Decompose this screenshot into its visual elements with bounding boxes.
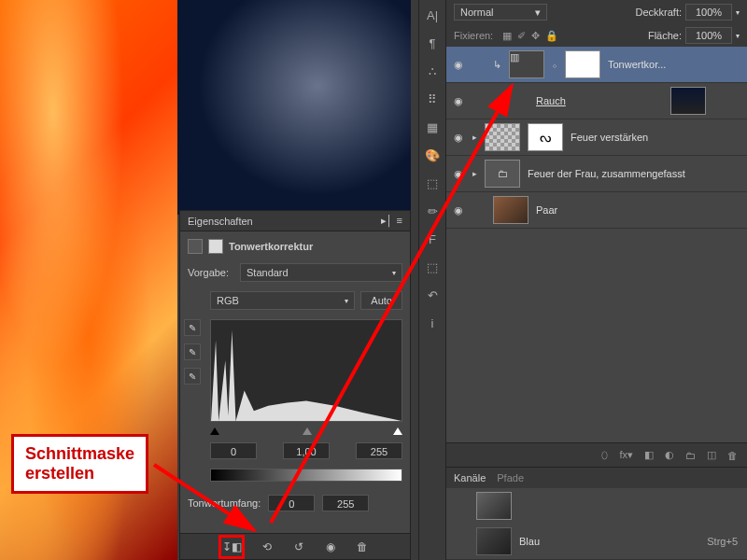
chevron-down-icon[interactable]: ▾	[736, 32, 740, 40]
layer-mask-thumb[interactable]	[565, 50, 600, 78]
layer-thumb[interactable]	[485, 123, 520, 151]
layers-lock-row: Fixieren: ▦ ✐ ✥ 🔒 Fläche: 100% ▾	[446, 24, 747, 47]
properties-title: Eigenschaften	[188, 216, 253, 227]
reset-icon[interactable]: ↺	[289, 539, 308, 555]
layer-name[interactable]: Tonwertkor...	[608, 59, 666, 70]
swatches-icon[interactable]: ▦	[423, 118, 442, 136]
new-adjustment-icon[interactable]: ◐	[665, 449, 674, 461]
folder-icon[interactable]: 🗀	[485, 160, 520, 188]
expand-arrow-icon[interactable]: ▸	[472, 169, 477, 178]
layer-fx-icon[interactable]: fx▾	[619, 449, 633, 461]
layer-name[interactable]: Paar	[536, 204, 557, 216]
chevron-down-icon: ▾	[345, 297, 348, 305]
layers-options-row: Normal▾ Deckkraft: 100% ▾	[446, 0, 747, 24]
expand-arrow-icon[interactable]: ▸	[472, 133, 477, 142]
tab-paths[interactable]: Pfade	[497, 472, 524, 483]
history-icon[interactable]: ↶	[423, 286, 442, 304]
channel-thumb[interactable]	[476, 527, 512, 555]
output-white-field[interactable]: 255	[322, 495, 369, 511]
new-group-icon[interactable]: 🗀	[685, 450, 696, 461]
tab-channels[interactable]: Kanäle	[454, 472, 486, 483]
layer-name[interactable]: Feuer verstärken	[571, 132, 648, 143]
layer-name[interactable]: Rauch	[536, 95, 566, 106]
white-point-slider[interactable]	[393, 427, 402, 435]
visibility-toggle-icon[interactable]: ◉	[452, 132, 465, 144]
visibility-toggle-icon[interactable]: ◉	[452, 204, 465, 217]
character-panel-icon[interactable]: A|	[423, 6, 442, 24]
layer-thumb-levels[interactable]: ▥	[509, 50, 544, 78]
levels-icon	[188, 239, 203, 254]
delete-layer-icon[interactable]: 🗑	[727, 450, 738, 461]
input-white-field[interactable]: 255	[356, 442, 402, 459]
layer-row[interactable]: ◉ ↳ ▥ ⬦ Tonwertkor...	[446, 47, 747, 83]
layer-row[interactable]: ◉ ▸ ᔓ Feuer verstärken	[446, 119, 747, 156]
info-icon[interactable]: i	[423, 314, 442, 332]
new-layer-icon[interactable]: ◫	[707, 449, 716, 461]
layers-footer: ⬯ fx▾ ◧ ◐ 🗀 ◫ 🗑	[446, 442, 747, 467]
clip-to-layer-button[interactable]: ↧◧	[222, 539, 241, 555]
panel-menu-icon[interactable]: ≡	[397, 215, 402, 227]
clip-indicator-icon: ↳	[493, 59, 501, 71]
styles-icon[interactable]: ∴	[423, 62, 442, 80]
visibility-icon[interactable]: ◉	[321, 539, 340, 555]
black-point-slider[interactable]	[210, 427, 219, 435]
layer-row[interactable]: ◉ Paar	[446, 192, 747, 229]
properties-header: Eigenschaften ▸│ ≡	[180, 211, 410, 231]
layer-name[interactable]: Feuer der Frau, zusammengefasst	[528, 168, 685, 179]
chevron-down-icon: ▾	[535, 7, 541, 19]
lock-all-icon[interactable]: 🔒	[545, 30, 558, 42]
layer-thumb[interactable]	[493, 196, 529, 224]
lock-label: Fixieren:	[454, 30, 493, 41]
layer-mask-thumb[interactable]: ᔓ	[528, 123, 563, 151]
link-layers-icon[interactable]: ⬯	[601, 449, 608, 461]
channel-row[interactable]: Blau Strg+5	[446, 524, 747, 560]
trash-icon[interactable]: 🗑	[353, 539, 372, 555]
properties-panel: Eigenschaften ▸│ ≡ Tonwertkorrektur Vorg…	[179, 210, 411, 560]
layer-thumb[interactable]	[670, 87, 706, 115]
visibility-toggle-icon[interactable]: ◉	[452, 95, 465, 107]
color-icon[interactable]: 🎨	[423, 146, 442, 164]
eyedropper-white-icon[interactable]: ✎	[184, 368, 201, 385]
right-panel: Normal▾ Deckkraft: 100% ▾ Fixieren: ▦ ✐ …	[446, 0, 747, 560]
clone-source-icon[interactable]: ⬚	[423, 258, 442, 276]
brush-settings-icon[interactable]: F	[423, 230, 442, 248]
channel-thumb[interactable]	[476, 492, 512, 520]
channel-row[interactable]	[446, 488, 747, 524]
add-mask-icon[interactable]: ◧	[644, 449, 654, 461]
actions-icon[interactable]: ⬚	[423, 174, 442, 192]
fill-field[interactable]: 100%	[685, 27, 732, 44]
paragraph-panel-icon[interactable]: ¶	[423, 34, 442, 52]
lock-position-icon[interactable]: ✥	[531, 30, 540, 42]
output-gradient[interactable]	[210, 469, 402, 482]
output-label: Tonwertumfang:	[188, 497, 261, 509]
visibility-toggle-icon[interactable]: ◉	[452, 59, 465, 71]
channel-name[interactable]: Blau	[519, 536, 540, 547]
channels-panel: Kanäle Pfade Blau Strg+5	[446, 467, 747, 560]
lock-pixels-icon[interactable]: ✐	[517, 30, 526, 42]
channel-select[interactable]: RGB▾	[210, 291, 355, 310]
input-black-field[interactable]: 0	[210, 442, 257, 459]
eyedropper-gray-icon[interactable]: ✎	[184, 343, 201, 360]
visibility-toggle-icon[interactable]: ◉	[452, 168, 465, 180]
blend-mode-select[interactable]: Normal▾	[454, 4, 547, 21]
lock-transparency-icon[interactable]: ▦	[502, 30, 512, 42]
annotation-callout: Schnittmaske erstellen	[11, 434, 148, 494]
preset-select[interactable]: Standard▾	[240, 263, 402, 282]
layer-row[interactable]: ◉ ▸ 🗀 Feuer der Frau, zusammengefasst	[446, 156, 747, 192]
gamma-slider[interactable]	[303, 427, 312, 435]
panel-collapse-icon[interactable]: ▸│	[381, 215, 393, 227]
input-sliders[interactable]	[210, 427, 402, 439]
histogram	[210, 319, 402, 422]
input-gamma-field[interactable]: 1,00	[283, 442, 330, 459]
adjustment-title-row: Tonwertkorrektur	[188, 239, 402, 254]
chevron-down-icon[interactable]: ▾	[736, 8, 740, 17]
output-black-field[interactable]: 0	[268, 495, 315, 511]
opacity-label: Deckkraft:	[635, 7, 682, 18]
layer-row[interactable]: ◉ Rauch	[446, 83, 747, 119]
brush-presets-icon[interactable]: ⠿	[423, 90, 442, 108]
previous-state-icon[interactable]: ⟲	[258, 539, 276, 555]
brush-icon[interactable]: ✏	[423, 202, 442, 220]
opacity-field[interactable]: 100%	[685, 4, 732, 21]
eyedropper-black-icon[interactable]: ✎	[184, 319, 201, 336]
auto-button[interactable]: Auto	[360, 291, 402, 310]
